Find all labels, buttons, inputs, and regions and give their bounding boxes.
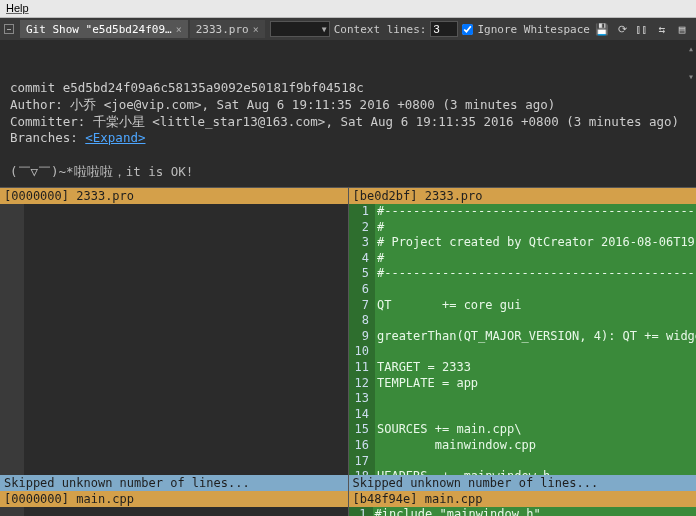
- skip-indicator-right: Skipped unknown number of lines...: [349, 475, 697, 491]
- side-by-side-icon[interactable]: ⫿⫿: [634, 21, 650, 37]
- save-icon[interactable]: 💾: [594, 21, 610, 37]
- code-lines: [24, 204, 348, 475]
- file-header-left-1[interactable]: [0000000] 2333.pro: [0, 188, 348, 204]
- code-lines: #include "mainwindow.h" #include <QAppli…: [373, 507, 697, 516]
- tab-label: 2333.pro: [196, 23, 249, 36]
- unified-icon[interactable]: ▤: [674, 21, 690, 37]
- collapse-toggle-icon[interactable]: [4, 24, 14, 34]
- commit-committer: Committer: 千棠小星 <little_star13@163.com>,…: [10, 114, 679, 129]
- diff-right-pane: [be0d2bf] 2333.pro 1 2 3 4 5 6 7 8 9 10 …: [349, 187, 697, 516]
- diff-left-pane: [0000000] 2333.pro Skipped unknown numbe…: [0, 187, 349, 516]
- right-code-area-1[interactable]: 1 2 3 4 5 6 7 8 9 10 11 12 13 14 15 16 1…: [349, 204, 697, 475]
- scroll-down-icon[interactable]: ▾: [688, 70, 694, 84]
- tab-2333-pro[interactable]: 2333.pro ×: [190, 20, 265, 38]
- commit-info: ▴ ▾ commit e5d5bd24f09a6c58135a9092e5018…: [0, 40, 696, 187]
- commit-message: (￣▽￣)~*啦啦啦，it is OK!: [10, 164, 193, 179]
- close-icon[interactable]: ×: [176, 24, 182, 35]
- file-header-right-1[interactable]: [be0d2bf] 2333.pro: [349, 188, 697, 204]
- commit-hash: commit e5d5bd24f09a6c58135a9092e50181f9b…: [10, 80, 364, 95]
- context-lines-label: Context lines:: [334, 23, 427, 36]
- tab-bar: Git Show "e5d5bd24f09… × 2333.pro × ▼ Co…: [0, 18, 696, 40]
- diff-toolbar: ▼ Context lines: Ignore Whitespace 💾 ⟳ ⫿…: [270, 21, 696, 37]
- line-gutter: 1 2 3 4: [349, 507, 373, 516]
- scroll-up-icon[interactable]: ▴: [688, 42, 694, 56]
- skip-indicator-left: Skipped unknown number of lines...: [0, 475, 348, 491]
- code-lines: #---------------------------------------…: [375, 204, 696, 475]
- right-code-area-2[interactable]: 1 2 3 4 #include "mainwindow.h" #include…: [349, 507, 697, 516]
- left-code-area-1[interactable]: [0, 204, 348, 475]
- tab-label: Git Show "e5d5bd24f09…: [26, 23, 172, 36]
- file-header-left-2[interactable]: [0000000] main.cpp: [0, 491, 348, 507]
- ignore-whitespace-label: Ignore Whitespace: [477, 23, 590, 36]
- line-gutter: 1 2 3 4 5 6 7 8 9 10 11 12 13 14 15 16 1…: [349, 204, 375, 475]
- commit-author: Author: 小乔 <joe@vip.com>, Sat Aug 6 19:1…: [10, 97, 555, 112]
- code-lines: [24, 507, 348, 516]
- reload-icon[interactable]: ⟳: [614, 21, 630, 37]
- line-gutter: [0, 204, 24, 475]
- menubar: Help: [0, 0, 696, 18]
- expand-branches-link[interactable]: <Expand>: [85, 130, 145, 145]
- line-gutter: [0, 507, 24, 516]
- chevron-down-icon: ▼: [322, 25, 327, 34]
- sync-scroll-icon[interactable]: ⇆: [654, 21, 670, 37]
- close-icon[interactable]: ×: [253, 24, 259, 35]
- branches-label: Branches:: [10, 130, 85, 145]
- tab-git-show[interactable]: Git Show "e5d5bd24f09… ×: [20, 20, 188, 38]
- file-header-right-2[interactable]: [b48f94e] main.cpp: [349, 491, 697, 507]
- diff-view: [0000000] 2333.pro Skipped unknown numbe…: [0, 187, 696, 516]
- left-code-area-2[interactable]: [0, 507, 348, 516]
- ignore-whitespace-checkbox[interactable]: [462, 24, 473, 35]
- context-lines-input[interactable]: [430, 21, 458, 37]
- history-dropdown[interactable]: ▼: [270, 21, 330, 37]
- menu-help[interactable]: Help: [6, 2, 29, 14]
